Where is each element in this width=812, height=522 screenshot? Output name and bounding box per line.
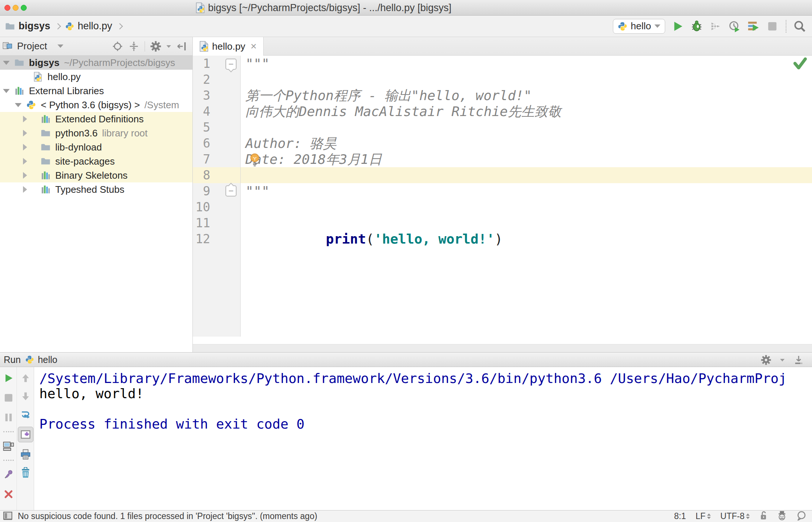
- stop-button[interactable]: [3, 392, 14, 404]
- chevron-down-icon[interactable]: [57, 44, 63, 48]
- print-statement-line: print('hello, world!'): [245, 215, 561, 231]
- tree-item-python-sdk[interactable]: < Python 3.6 (bigsys) > /System: [0, 98, 192, 112]
- minimize-window-button[interactable]: [13, 5, 19, 11]
- encoding-widget[interactable]: UTF-8: [720, 511, 750, 521]
- project-tool-icon: [2, 42, 13, 51]
- docstring-line: 向伟大的Dennis MacAlistair Ritchie先生致敬: [245, 104, 561, 119]
- zoom-window-button[interactable]: [21, 5, 27, 11]
- docstring-line: """: [245, 56, 270, 71]
- stepper-arrows-icon: [707, 513, 711, 519]
- line-separator-widget[interactable]: LF: [696, 511, 711, 521]
- close-icon[interactable]: ×: [251, 40, 257, 52]
- tree-item-site-packages[interactable]: site-packages: [0, 154, 192, 168]
- pause-button[interactable]: [3, 412, 14, 423]
- tree-item-external-libraries[interactable]: External Libraries: [0, 84, 192, 98]
- clear-all-button[interactable]: [20, 467, 32, 479]
- chevron-down-icon[interactable]: [780, 359, 785, 361]
- stop-button[interactable]: [766, 20, 779, 33]
- python-file-icon: [196, 2, 205, 13]
- chevron-down-icon[interactable]: [166, 45, 171, 48]
- hide-panel-button[interactable]: [793, 354, 805, 366]
- run-button[interactable]: [671, 20, 684, 33]
- run-panel-header[interactable]: Run hello: [0, 352, 812, 367]
- hide-panel-button[interactable]: [176, 41, 187, 52]
- python-icon: [618, 22, 627, 31]
- line-numbers: 12 34 56 78 910 1112: [193, 56, 210, 247]
- chevron-right-icon[interactable]: [23, 130, 27, 136]
- tree-item-typeshed-stubs[interactable]: Typeshed Stubs: [0, 182, 192, 196]
- notifications-bubble-icon[interactable]: [796, 511, 806, 522]
- folder-icon: [5, 22, 15, 30]
- rerun-button[interactable]: [3, 372, 14, 384]
- folder-icon: [14, 58, 24, 67]
- intention-bulb-icon[interactable]: [249, 153, 260, 166]
- tree-item-lib-dynload[interactable]: lib-dynload: [0, 140, 192, 154]
- fold-region-end-icon[interactable]: [225, 185, 237, 196]
- prev-occurrence-button[interactable]: [20, 372, 32, 384]
- tree-item-label: Typeshed Stubs: [55, 184, 124, 195]
- chevron-right-icon[interactable]: [23, 158, 27, 165]
- breadcrumb-item-project[interactable]: bigsys: [19, 20, 50, 32]
- tree-item-python36[interactable]: python3.6 library root: [0, 126, 192, 140]
- soft-wrap-button[interactable]: [20, 409, 32, 420]
- inspections-profile-icon[interactable]: [777, 511, 787, 522]
- chevron-right-icon[interactable]: [23, 144, 27, 151]
- next-occurrence-button[interactable]: [20, 390, 32, 402]
- concurrency-diagram-button[interactable]: [747, 20, 760, 33]
- editor-body[interactable]: 12 34 56 78 910 1112 """ 第一个Python程序 - 输…: [193, 56, 812, 352]
- tree-item-bigsys[interactable]: bigsys ~/PycharmProjects/bigsys: [0, 56, 192, 70]
- show-console-layout-button[interactable]: [3, 440, 14, 452]
- search-everywhere-button[interactable]: [793, 20, 806, 33]
- editor-area: hello.py × 12 34 56 78 910 1112 """ 第一个P…: [193, 37, 812, 352]
- print-button[interactable]: [20, 449, 32, 460]
- tree-item-label: External Libraries: [29, 85, 104, 97]
- lock-icon[interactable]: [759, 511, 768, 522]
- chevron-right-icon[interactable]: [23, 186, 27, 193]
- python-icon: [65, 22, 74, 31]
- project-tree: bigsys ~/PycharmProjects/bigsys hello.py…: [0, 56, 192, 196]
- inspection-status-icon[interactable]: [793, 57, 807, 69]
- chevron-down-icon[interactable]: [3, 89, 10, 93]
- tree-item-hint: library root: [102, 128, 148, 139]
- toolbar-separator: [786, 20, 786, 33]
- profiler-button[interactable]: [728, 20, 741, 33]
- tree-item-extended-definitions[interactable]: Extended Definitions: [0, 112, 192, 126]
- close-window-button[interactable]: [4, 5, 10, 11]
- chevron-right-icon[interactable]: [23, 116, 27, 122]
- settings-gear-button[interactable]: [760, 354, 772, 366]
- locate-file-button[interactable]: [112, 41, 123, 52]
- tree-item-label: bigsys: [29, 57, 59, 69]
- settings-gear-button[interactable]: [150, 41, 161, 52]
- pycharm-window: bigsys [~/PycharmProjects/bigsys] - .../…: [0, 0, 812, 522]
- pin-tab-button[interactable]: [3, 469, 14, 480]
- debug-button[interactable]: [690, 20, 703, 33]
- toolwindow-toggle-icon[interactable]: [3, 511, 13, 522]
- toolbar-separator: [3, 431, 14, 432]
- coverage-button[interactable]: [709, 20, 722, 33]
- python-file-icon: [33, 72, 43, 82]
- editor-tab-bar: hello.py ×: [193, 37, 812, 56]
- docstring-line: Author: 骆昊: [245, 136, 336, 151]
- project-tool-window: Project: [0, 37, 193, 352]
- run-panel-title: Run: [4, 354, 21, 365]
- toolbar-separator: [3, 460, 14, 461]
- tree-item-label: Binary Skeletons: [55, 170, 128, 181]
- code-content[interactable]: """ 第一个Python程序 - 输出"hello, world!" 向伟大的…: [245, 56, 561, 247]
- run-configuration-selector[interactable]: hello: [613, 19, 665, 34]
- chevron-down-icon[interactable]: [3, 61, 10, 65]
- breadcrumb-item-file[interactable]: hello.py: [78, 20, 112, 32]
- paren-token: (: [366, 231, 374, 247]
- collapse-all-button[interactable]: [128, 41, 139, 52]
- scroll-to-end-button[interactable]: [18, 427, 33, 442]
- fold-region-start-icon[interactable]: [225, 59, 237, 70]
- chevron-down-icon[interactable]: [15, 103, 22, 107]
- tab-hello-py[interactable]: hello.py ×: [193, 37, 264, 56]
- chevron-right-icon[interactable]: [23, 172, 27, 179]
- tree-item-hello-py[interactable]: hello.py: [0, 70, 192, 84]
- tree-item-label: hello.py: [47, 71, 81, 83]
- project-panel-header[interactable]: Project: [0, 37, 192, 56]
- close-icon[interactable]: [3, 488, 14, 500]
- caret-position-widget[interactable]: 8:1: [674, 511, 686, 521]
- console-output[interactable]: /System/Library/Frameworks/Python.framew…: [39, 371, 812, 510]
- tree-item-binary-skeletons[interactable]: Binary Skeletons: [0, 168, 192, 182]
